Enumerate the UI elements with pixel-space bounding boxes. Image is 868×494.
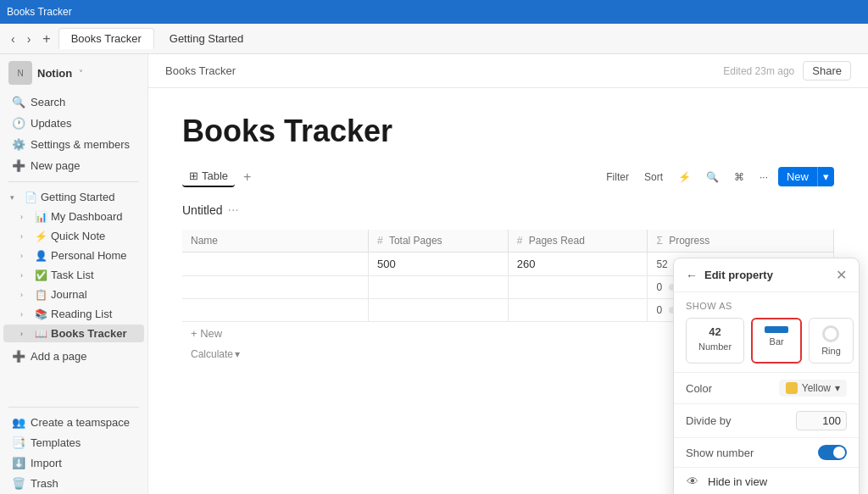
show-number-row: Show number [674, 438, 859, 468]
color-row: Color Yellow ▾ [674, 373, 859, 404]
back-button[interactable]: ‹ [7, 31, 19, 47]
task-list-icon: ✅ [34, 269, 47, 281]
books-tracker-icon: 📖 [34, 328, 47, 340]
cell-pages-read[interactable] [508, 276, 648, 299]
sidebar-item-personal-home[interactable]: › 👤 Personal Home [3, 247, 144, 264]
cell-name[interactable] [182, 276, 369, 299]
filter-icon[interactable]: ⌘ [729, 169, 749, 186]
active-tab[interactable]: Books Tracker [58, 28, 154, 49]
sidebar-item-quick-note[interactable]: › ⚡ Quick Note [3, 227, 144, 245]
workspace-chevron: ˅ [79, 69, 83, 78]
sidebar-item-task-list[interactable]: › ✅ Task List [3, 266, 144, 284]
settings-icon: ⚙️ [12, 138, 25, 151]
main-layout: N Notion ˅ 🔍 Search 🕐 Updates ⚙️ Setting… [0, 54, 868, 494]
sidebar-item-reading-list[interactable]: › 📚 Reading List [3, 305, 144, 323]
inactive-tab[interactable]: Getting Started [158, 29, 255, 48]
forward-button[interactable]: › [23, 31, 36, 47]
show-number-toggle[interactable] [818, 445, 847, 460]
add-tab-button[interactable]: + [38, 30, 54, 48]
page-icon: 📄 [24, 191, 37, 203]
table-view-tab[interactable]: ⊞ Table [182, 166, 235, 187]
show-as-section: Show as 42 Number Bar Ring [674, 292, 859, 373]
divide-by-input[interactable] [796, 411, 847, 430]
sidebar-item-search[interactable]: 🔍 Search [3, 92, 144, 112]
cell-pages-read[interactable] [508, 299, 648, 322]
bar-icon [765, 326, 788, 333]
hide-in-view-item[interactable]: 👁 Hide in view [674, 468, 859, 494]
show-as-bar[interactable]: Bar [751, 318, 802, 364]
panel-header-left: ← Edit property [686, 269, 773, 282]
eye-icon: 👁 [686, 475, 699, 488]
tab-bar: ‹ › + Books Tracker Getting Started [0, 24, 868, 54]
sidebar-item-my-dashboard[interactable]: › 📊 My Dashboard [3, 208, 144, 225]
chevron-icon: › [20, 330, 31, 338]
progress-value: 0 [656, 281, 662, 293]
chevron-icon: › [20, 232, 31, 241]
sidebar-item-create-teamspace[interactable]: 👥 Create a teamspace [3, 413, 144, 432]
col-total-pages[interactable]: # Total Pages [369, 230, 509, 253]
col-pages-read[interactable]: # Pages Read [508, 230, 648, 253]
show-as-ring[interactable]: Ring [809, 318, 854, 364]
sidebar-item-templates[interactable]: 📑 Templates [3, 433, 144, 452]
new-page-icon: ➕ [12, 159, 25, 172]
sidebar-item-getting-started[interactable]: ▾ 📄 Getting Started [3, 188, 144, 206]
color-selector[interactable]: Yellow ▾ [779, 380, 847, 397]
sidebar-item-books-tracker[interactable]: › 📖 Books Tracker [3, 325, 144, 342]
reading-list-icon: 📚 [34, 308, 47, 320]
filter-button[interactable]: Filter [601, 169, 634, 186]
edit-property-panel: ← Edit property ✕ Show as 42 Number [673, 258, 860, 494]
templates-icon: 📑 [12, 436, 25, 449]
new-button[interactable]: New ▾ [778, 167, 834, 186]
edited-timestamp: Edited 23m ago [723, 65, 794, 77]
db-toolbar-right: Filter Sort ⚡ 🔍 ⌘ ··· New ▾ [601, 167, 834, 186]
page-title[interactable]: Books Tracker [182, 114, 834, 149]
progress-value: 0 [656, 304, 662, 316]
lightning-icon[interactable]: ⚡ [673, 169, 696, 186]
teamspace-icon: 👥 [12, 416, 25, 429]
show-as-number[interactable]: 42 Number [686, 318, 744, 364]
sidebar-item-updates[interactable]: 🕐 Updates [3, 114, 144, 133]
untitled-more-button[interactable]: ··· [227, 203, 238, 218]
sidebar-item-new-page[interactable]: ➕ New page [3, 156, 144, 175]
import-icon: ⬇️ [12, 457, 25, 469]
cell-name[interactable] [182, 299, 369, 322]
col-name[interactable]: Name [182, 230, 369, 253]
sidebar-item-trash[interactable]: 🗑️ Trash [3, 474, 144, 493]
panel-close-button[interactable]: ✕ [836, 267, 847, 283]
share-button[interactable]: Share [803, 61, 851, 80]
chevron-icon: › [20, 213, 31, 221]
chevron-icon: › [20, 291, 31, 299]
untitled-label: Untitled [182, 203, 222, 217]
add-view-button[interactable]: + [240, 168, 254, 186]
hash-icon: # [377, 235, 383, 247]
divide-by-row: Divide by [674, 404, 859, 438]
sidebar-item-add-page[interactable]: ➕ Add a page [3, 347, 144, 366]
show-number-label: Show number [686, 447, 754, 459]
chevron-icon: ▾ [10, 193, 20, 202]
sidebar-item-journal[interactable]: › 📋 Journal [3, 286, 144, 303]
chevron-down-icon: ▾ [835, 382, 840, 394]
sidebar-item-import[interactable]: ⬇️ Import [3, 453, 144, 473]
cell-total-pages[interactable] [369, 299, 509, 322]
sidebar-divider-bottom [8, 407, 139, 408]
workspace-header[interactable]: N Notion ˅ [0, 54, 147, 92]
sidebar-bottom: 👥 Create a teamspace 📑 Templates ⬇️ Impo… [0, 402, 147, 494]
more-button[interactable]: ··· [754, 169, 773, 186]
panel-back-button[interactable]: ← [686, 269, 698, 282]
table-icon: ⊞ [189, 169, 198, 182]
cell-pages-read[interactable]: 260 [508, 253, 648, 276]
cell-total-pages[interactable] [369, 276, 509, 299]
col-progress[interactable]: Σ Progress [648, 230, 834, 253]
trash-icon: 🗑️ [12, 477, 25, 490]
cell-total-pages[interactable]: 500 [369, 253, 509, 276]
dashboard-icon: 📊 [34, 211, 47, 223]
cell-name[interactable] [182, 253, 369, 276]
add-page-icon: ➕ [12, 350, 25, 363]
title-bar-text: Books Tracker [7, 6, 72, 18]
sidebar-item-settings[interactable]: ⚙️ Settings & members [3, 135, 144, 154]
search-db-button[interactable]: 🔍 [701, 169, 724, 186]
content-header-right: Edited 23m ago Share [723, 61, 851, 80]
db-toolbar: ⊞ Table + Filter Sort ⚡ 🔍 ⌘ ··· New ▾ [182, 166, 834, 187]
sort-button[interactable]: Sort [639, 169, 668, 186]
sidebar: N Notion ˅ 🔍 Search 🕐 Updates ⚙️ Setting… [0, 54, 148, 494]
